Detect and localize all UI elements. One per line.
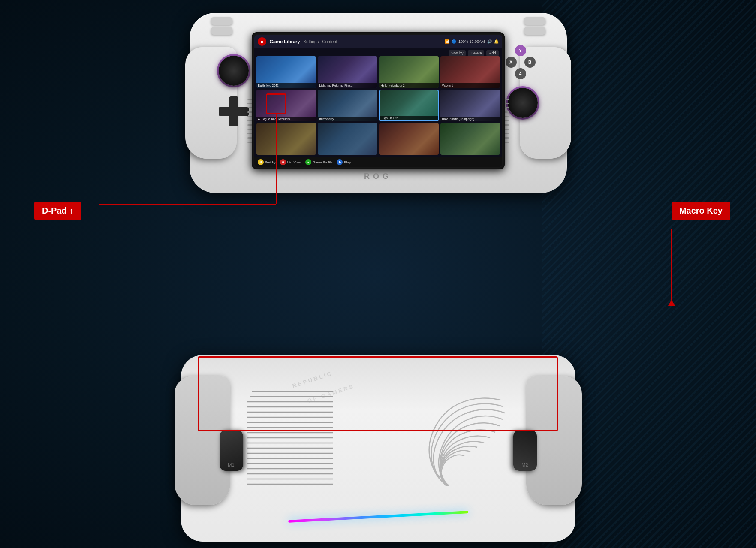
volume-icon: 🔊 [487,39,492,44]
game-tile-battlefield[interactable]: Battlefield 2042 [256,56,316,88]
sort-by-btn[interactable]: Sort by [449,50,466,56]
face-buttons: Y X B A [503,45,538,79]
macro-arrow-line-v [671,229,672,300]
delete-btn[interactable]: Delete [468,50,484,56]
game-grid: Battlefield 2042 Lightning Returns: Fina… [256,56,500,155]
rgb-diagonal-strip [288,511,468,523]
play-icon: ▶ [337,159,343,165]
bluetooth-icon: 🔵 [452,39,456,44]
sort-by-bottom[interactable]: ⊛ Sort by [258,159,276,165]
lb-button[interactable] [211,17,232,25]
game-tile-high-on-life[interactable]: High On Life [379,90,439,121]
device-front: Y X B A [190,13,567,193]
game-tile-lightning-returns[interactable]: Lightning Returns: Fina... [318,56,377,88]
b-button[interactable]: B [524,57,536,68]
game-title-battlefield: Battlefield 2042 [256,83,316,88]
wifi-icon: 📶 [445,39,449,44]
notification-icon: 🔔 [494,39,499,44]
rb-button[interactable] [524,17,545,25]
content-nav[interactable]: Content [322,39,337,44]
game-library-title: Game Library [270,39,300,44]
rog-logo-icon: R [258,37,266,46]
game-title-lightning-returns: Lightning Returns: Fina... [318,83,377,88]
x-button[interactable]: X [506,57,517,68]
list-view-bottom[interactable]: ✕ List View [280,159,301,165]
ui-header: R Game Library Settings Content 📶 🔵 100%… [254,35,502,48]
game-title-high-on-life: High On Life [380,116,438,120]
rt-button[interactable] [524,27,545,35]
sort-icon: ⊛ [258,159,264,165]
game-tile-halo-infinite[interactable]: Halo Infinite (Campaign) [440,90,500,121]
profile-icon: ● [305,159,311,165]
lt-button[interactable] [211,27,232,35]
game-tile-hello-neighbour[interactable]: Hello Neighbour 2 [379,56,439,88]
settings-nav[interactable]: Settings [303,39,319,44]
game-title-hello-neighbour: Hello Neighbour 2 [379,83,439,88]
game-tile-row3-col4[interactable] [440,123,500,155]
game-tile-row3-col3[interactable] [379,123,439,155]
game-title-valorant: Valorant [440,83,500,88]
screen-bezel: R Game Library Settings Content 📶 🔵 100%… [252,32,505,169]
dpad-annotation: D-Pad ↑ [34,202,81,220]
status-bar: 📶 🔵 100% 12:00AM 🔊 🔔 [445,39,499,44]
dpad-arrow-line-v [276,114,277,204]
y-button[interactable]: Y [515,45,526,56]
game-title-immortality: Immortality [318,117,377,121]
a-button[interactable]: A [515,68,526,79]
dpad-body [219,96,249,126]
m1-macro-button[interactable]: M1 [220,430,243,471]
rog-logo-text: ROG [364,172,392,181]
macro-selection-box [198,356,558,431]
game-profile-bottom[interactable]: ● Game Profile [305,159,333,165]
shoulder-buttons-right [524,17,545,35]
shoulder-buttons-left [211,17,232,35]
macro-arrowhead [668,300,675,306]
m2-macro-button[interactable]: M2 [513,430,537,471]
game-tile-immortality[interactable]: Immortality [318,90,377,121]
game-tile-row3-col2[interactable] [318,123,377,155]
add-btn[interactable]: Add [486,50,498,56]
dpad-arrow-line-h [99,204,276,205]
left-analog-stick[interactable] [219,56,249,86]
list-icon: ✕ [280,159,286,165]
macro-annotation: Macro Key [672,202,730,220]
dpad-vertical [229,96,238,126]
device-front-body: Y X B A [190,13,567,193]
right-analog-stick[interactable] [508,88,538,118]
screen: R Game Library Settings Content 📶 🔵 100%… [254,35,502,167]
ui-bottom-bar: ⊛ Sort by ✕ List View ● Game Profile ▶ P… [254,157,502,167]
play-bottom[interactable]: ▶ Play [337,159,351,165]
game-tile-valorant[interactable]: Valorant [440,56,500,88]
svg-text:R: R [261,40,263,43]
battery-status: 100% 12:00AM [458,39,485,44]
dpad-highlight-box [266,93,286,114]
game-title-plague-tale: A Plague Tale: Requiem [256,117,316,121]
dpad[interactable] [219,96,249,126]
game-title-halo-infinite: Halo Infinite (Campaign) [440,117,500,121]
game-tile-row3-col1[interactable] [256,123,316,155]
